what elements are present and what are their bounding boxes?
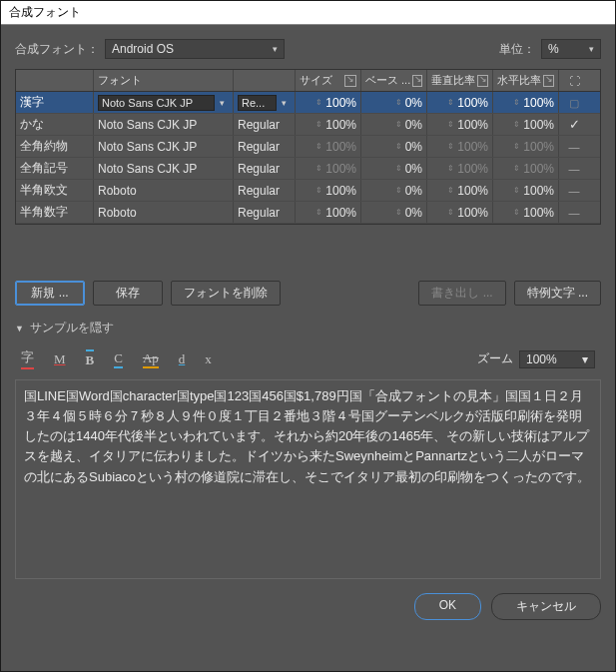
cell-category: 全角記号 bbox=[16, 158, 94, 179]
zoom-value: 100% bbox=[526, 352, 557, 366]
font-input[interactable] bbox=[98, 95, 215, 111]
dash-icon bbox=[569, 140, 580, 154]
zoom-label: ズーム bbox=[477, 350, 513, 367]
toggle-sample-label: サンプルを隠す bbox=[30, 320, 114, 336]
table-row[interactable]: 半角欧文RobotoRegular⇕100%⇕0%⇕100%⇕100% bbox=[16, 180, 600, 202]
cancel-button[interactable]: キャンセル bbox=[491, 593, 601, 620]
cell-style: Regular bbox=[234, 114, 296, 135]
top-controls-row: 合成フォント： Android OS ▾ 単位： % ▾ bbox=[15, 39, 601, 59]
reset-icon[interactable] bbox=[543, 75, 554, 87]
table-row[interactable]: 半角数字RobotoRegular⇕100%⇕0%⇕100%⇕100% bbox=[16, 202, 600, 224]
table-row[interactable]: 全角記号Noto Sans CJK JPRegular⇕100%⇕0%⇕100%… bbox=[16, 158, 600, 180]
cell-baseline: ⇕0% bbox=[361, 158, 427, 179]
export-button: 書き出し ... bbox=[418, 281, 505, 306]
cell-font: Noto Sans CJK JP bbox=[94, 136, 234, 157]
table-row[interactable]: 全角約物Noto Sans CJK JPRegular⇕100%⇕0%⇕100%… bbox=[16, 136, 600, 158]
cell-vertical: ⇕100% bbox=[427, 158, 493, 179]
unit-label: 単位： bbox=[499, 41, 535, 58]
dash-icon bbox=[569, 184, 580, 198]
sample-text-area[interactable]: 国LINE国Word国character国type国123国456国$1,789… bbox=[15, 379, 601, 579]
cell-vertical: ⇕100% bbox=[427, 180, 493, 201]
composite-font-select[interactable]: Android OS ▾ bbox=[105, 39, 285, 59]
cell-category: 半角数字 bbox=[16, 202, 94, 223]
table-row[interactable]: 漢字▾▾⇕100%⇕0%⇕100%⇕100% bbox=[16, 92, 600, 114]
tool-ap[interactable]: Ap bbox=[143, 350, 159, 368]
cell-mark[interactable] bbox=[559, 180, 589, 201]
style-input[interactable] bbox=[238, 95, 277, 111]
cell-style: Regular bbox=[234, 202, 296, 223]
tool-m[interactable]: M bbox=[54, 351, 66, 367]
chevron-down-icon[interactable]: ▾ bbox=[215, 98, 229, 108]
cell-mark[interactable] bbox=[559, 202, 589, 223]
th-mark[interactable]: ⛶ bbox=[559, 70, 589, 91]
table-row[interactable]: かなNoto Sans CJK JPRegular⇕100%⇕0%⇕100%⇕1… bbox=[16, 114, 600, 136]
button-row: 新規 ... 保存 フォントを削除 書き出し ... 特例文字 ... bbox=[15, 281, 601, 306]
composite-font-label: 合成フォント： bbox=[15, 41, 99, 58]
dash-icon bbox=[569, 206, 580, 220]
th-horizontal[interactable]: 水平比率 bbox=[493, 70, 559, 91]
th-size[interactable]: サイズ bbox=[296, 70, 361, 91]
cell-font: Noto Sans CJK JP bbox=[94, 114, 234, 135]
tool-d[interactable]: d bbox=[179, 351, 186, 367]
cell-mark[interactable] bbox=[559, 114, 589, 135]
cell-horizontal: ⇕100% bbox=[493, 114, 559, 135]
cell-horizontal[interactable]: ⇕100% bbox=[493, 92, 559, 113]
cell-font: Roboto bbox=[94, 202, 234, 223]
cell-baseline[interactable]: ⇕0% bbox=[361, 92, 427, 113]
tool-kanji[interactable]: 字 bbox=[21, 348, 34, 369]
cell-mark[interactable] bbox=[559, 136, 589, 157]
cell-size: ⇕100% bbox=[296, 202, 361, 223]
special-chars-button[interactable]: 特例文字 ... bbox=[514, 281, 601, 306]
cell-style[interactable]: ▾ bbox=[234, 92, 296, 113]
cell-size: ⇕100% bbox=[296, 114, 361, 135]
th-baseline[interactable]: ベース ... bbox=[361, 70, 427, 91]
expand-icon: ⛶ bbox=[569, 75, 580, 87]
sample-toolbar: 字 M B C Ap d x ズーム 100% ▾ bbox=[15, 344, 601, 373]
cell-vertical: ⇕100% bbox=[427, 136, 493, 157]
check-icon bbox=[569, 117, 580, 132]
cell-horizontal: ⇕100% bbox=[493, 158, 559, 179]
chevron-down-icon[interactable]: ▾ bbox=[277, 98, 291, 108]
cell-size[interactable]: ⇕100% bbox=[296, 92, 361, 113]
ok-button[interactable]: OK bbox=[414, 593, 481, 620]
composite-font-dialog: 合成フォント 合成フォント： Android OS ▾ 単位： % ▾ フォント… bbox=[0, 0, 616, 672]
cell-baseline: ⇕0% bbox=[361, 202, 427, 223]
save-button[interactable]: 保存 bbox=[93, 281, 163, 306]
cell-horizontal: ⇕100% bbox=[493, 180, 559, 201]
table-header: フォント サイズ ベース ... 垂直比率 水平比率 ⛶ bbox=[16, 70, 600, 92]
cell-mark[interactable] bbox=[559, 92, 589, 113]
th-category bbox=[16, 70, 94, 91]
cell-size: ⇕100% bbox=[296, 180, 361, 201]
tool-b[interactable]: B bbox=[86, 349, 95, 368]
unit-value: % bbox=[548, 42, 559, 56]
zoom-select[interactable]: 100% ▾ bbox=[519, 350, 595, 368]
cell-font: Roboto bbox=[94, 180, 234, 201]
reset-icon[interactable] bbox=[477, 75, 488, 87]
reset-icon[interactable] bbox=[344, 75, 356, 87]
window-title: 合成フォント bbox=[1, 1, 615, 25]
cell-mark[interactable] bbox=[559, 158, 589, 179]
cell-vertical[interactable]: ⇕100% bbox=[427, 92, 493, 113]
tool-x[interactable]: x bbox=[205, 351, 212, 367]
reset-icon[interactable] bbox=[412, 75, 422, 87]
chevron-down-icon: ▾ bbox=[582, 352, 588, 366]
delete-font-button[interactable]: フォントを削除 bbox=[171, 281, 281, 306]
toggle-sample-row[interactable]: ▼ サンプルを隠す bbox=[15, 320, 601, 336]
cell-font[interactable]: ▾ bbox=[94, 92, 234, 113]
new-button[interactable]: 新規 ... bbox=[15, 281, 85, 306]
unit-select[interactable]: % ▾ bbox=[541, 39, 601, 59]
cell-baseline: ⇕0% bbox=[361, 136, 427, 157]
tool-c[interactable]: C bbox=[114, 350, 123, 368]
chevron-down-icon: ▾ bbox=[589, 44, 594, 54]
cell-style: Regular bbox=[234, 180, 296, 201]
th-font[interactable]: フォント bbox=[94, 70, 234, 91]
checkbox-icon bbox=[569, 96, 579, 110]
triangle-down-icon: ▼ bbox=[15, 324, 24, 334]
cell-category: 半角欧文 bbox=[16, 180, 94, 201]
th-vertical[interactable]: 垂直比率 bbox=[427, 70, 493, 91]
cell-vertical: ⇕100% bbox=[427, 202, 493, 223]
cell-baseline: ⇕0% bbox=[361, 180, 427, 201]
dialog-footer: OK キャンセル bbox=[15, 593, 601, 620]
cell-vertical: ⇕100% bbox=[427, 114, 493, 135]
cell-horizontal: ⇕100% bbox=[493, 136, 559, 157]
